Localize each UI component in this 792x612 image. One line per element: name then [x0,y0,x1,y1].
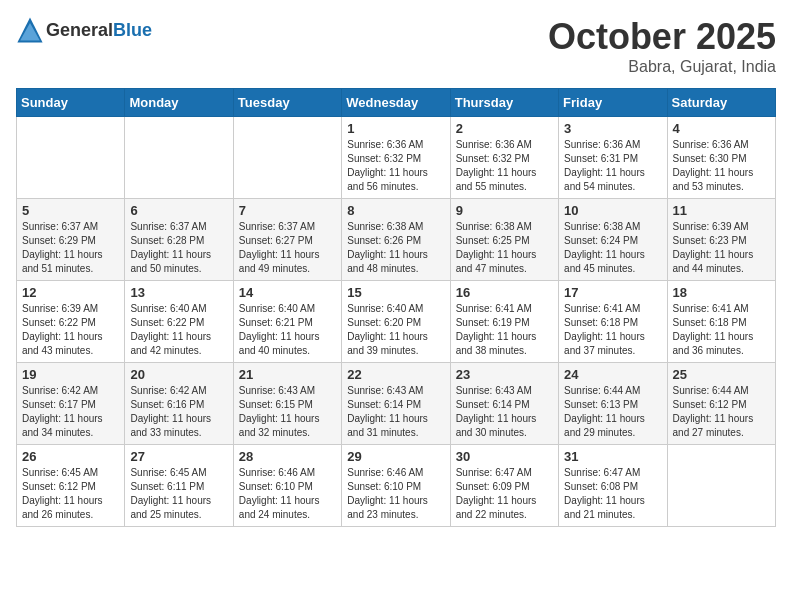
weekday-header-row: SundayMondayTuesdayWednesdayThursdayFrid… [17,89,776,117]
day-info: Sunrise: 6:46 AMSunset: 6:10 PMDaylight:… [239,466,336,522]
day-number: 27 [130,449,227,464]
day-info: Sunrise: 6:47 AMSunset: 6:09 PMDaylight:… [456,466,553,522]
day-info: Sunrise: 6:41 AMSunset: 6:18 PMDaylight:… [564,302,661,358]
calendar-cell: 7Sunrise: 6:37 AMSunset: 6:27 PMDaylight… [233,199,341,281]
calendar-cell [125,117,233,199]
calendar-cell: 26Sunrise: 6:45 AMSunset: 6:12 PMDayligh… [17,445,125,527]
day-info: Sunrise: 6:39 AMSunset: 6:22 PMDaylight:… [22,302,119,358]
day-number: 7 [239,203,336,218]
day-number: 1 [347,121,444,136]
calendar-cell: 1Sunrise: 6:36 AMSunset: 6:32 PMDaylight… [342,117,450,199]
calendar-cell: 19Sunrise: 6:42 AMSunset: 6:17 PMDayligh… [17,363,125,445]
day-number: 21 [239,367,336,382]
calendar-cell: 20Sunrise: 6:42 AMSunset: 6:16 PMDayligh… [125,363,233,445]
day-number: 15 [347,285,444,300]
day-info: Sunrise: 6:36 AMSunset: 6:31 PMDaylight:… [564,138,661,194]
day-info: Sunrise: 6:44 AMSunset: 6:12 PMDaylight:… [673,384,770,440]
day-info: Sunrise: 6:36 AMSunset: 6:30 PMDaylight:… [673,138,770,194]
calendar-cell [233,117,341,199]
day-number: 26 [22,449,119,464]
logo-icon [16,16,44,44]
day-number: 2 [456,121,553,136]
day-info: Sunrise: 6:40 AMSunset: 6:22 PMDaylight:… [130,302,227,358]
day-number: 18 [673,285,770,300]
calendar-cell: 23Sunrise: 6:43 AMSunset: 6:14 PMDayligh… [450,363,558,445]
day-number: 11 [673,203,770,218]
day-number: 29 [347,449,444,464]
page-header: GeneralBlue October 2025 Babra, Gujarat,… [16,16,776,76]
weekday-header: Sunday [17,89,125,117]
day-number: 30 [456,449,553,464]
logo-blue-text: Blue [113,20,152,40]
day-info: Sunrise: 6:43 AMSunset: 6:15 PMDaylight:… [239,384,336,440]
calendar-cell: 28Sunrise: 6:46 AMSunset: 6:10 PMDayligh… [233,445,341,527]
day-number: 22 [347,367,444,382]
day-number: 25 [673,367,770,382]
day-info: Sunrise: 6:43 AMSunset: 6:14 PMDaylight:… [456,384,553,440]
day-info: Sunrise: 6:37 AMSunset: 6:28 PMDaylight:… [130,220,227,276]
day-number: 13 [130,285,227,300]
day-info: Sunrise: 6:41 AMSunset: 6:18 PMDaylight:… [673,302,770,358]
calendar-week-row: 26Sunrise: 6:45 AMSunset: 6:12 PMDayligh… [17,445,776,527]
calendar-cell: 15Sunrise: 6:40 AMSunset: 6:20 PMDayligh… [342,281,450,363]
day-info: Sunrise: 6:38 AMSunset: 6:24 PMDaylight:… [564,220,661,276]
calendar-cell: 25Sunrise: 6:44 AMSunset: 6:12 PMDayligh… [667,363,775,445]
calendar-cell: 6Sunrise: 6:37 AMSunset: 6:28 PMDaylight… [125,199,233,281]
calendar-cell: 4Sunrise: 6:36 AMSunset: 6:30 PMDaylight… [667,117,775,199]
day-info: Sunrise: 6:40 AMSunset: 6:20 PMDaylight:… [347,302,444,358]
calendar-cell: 16Sunrise: 6:41 AMSunset: 6:19 PMDayligh… [450,281,558,363]
day-info: Sunrise: 6:44 AMSunset: 6:13 PMDaylight:… [564,384,661,440]
weekday-header: Friday [559,89,667,117]
day-number: 12 [22,285,119,300]
calendar-cell: 22Sunrise: 6:43 AMSunset: 6:14 PMDayligh… [342,363,450,445]
weekday-header: Tuesday [233,89,341,117]
calendar-cell: 5Sunrise: 6:37 AMSunset: 6:29 PMDaylight… [17,199,125,281]
day-number: 14 [239,285,336,300]
day-info: Sunrise: 6:47 AMSunset: 6:08 PMDaylight:… [564,466,661,522]
day-info: Sunrise: 6:37 AMSunset: 6:27 PMDaylight:… [239,220,336,276]
day-info: Sunrise: 6:36 AMSunset: 6:32 PMDaylight:… [347,138,444,194]
calendar-cell: 17Sunrise: 6:41 AMSunset: 6:18 PMDayligh… [559,281,667,363]
location: Babra, Gujarat, India [548,58,776,76]
day-info: Sunrise: 6:42 AMSunset: 6:17 PMDaylight:… [22,384,119,440]
calendar-cell: 11Sunrise: 6:39 AMSunset: 6:23 PMDayligh… [667,199,775,281]
logo: GeneralBlue [16,16,152,44]
title-block: October 2025 Babra, Gujarat, India [548,16,776,76]
weekday-header: Wednesday [342,89,450,117]
day-info: Sunrise: 6:38 AMSunset: 6:26 PMDaylight:… [347,220,444,276]
day-number: 20 [130,367,227,382]
calendar-cell: 14Sunrise: 6:40 AMSunset: 6:21 PMDayligh… [233,281,341,363]
day-number: 6 [130,203,227,218]
day-info: Sunrise: 6:45 AMSunset: 6:11 PMDaylight:… [130,466,227,522]
calendar-cell: 31Sunrise: 6:47 AMSunset: 6:08 PMDayligh… [559,445,667,527]
calendar-cell: 10Sunrise: 6:38 AMSunset: 6:24 PMDayligh… [559,199,667,281]
day-number: 23 [456,367,553,382]
calendar-week-row: 5Sunrise: 6:37 AMSunset: 6:29 PMDaylight… [17,199,776,281]
day-info: Sunrise: 6:43 AMSunset: 6:14 PMDaylight:… [347,384,444,440]
day-info: Sunrise: 6:46 AMSunset: 6:10 PMDaylight:… [347,466,444,522]
calendar-cell: 18Sunrise: 6:41 AMSunset: 6:18 PMDayligh… [667,281,775,363]
month-title: October 2025 [548,16,776,58]
day-number: 8 [347,203,444,218]
day-number: 16 [456,285,553,300]
calendar-cell: 2Sunrise: 6:36 AMSunset: 6:32 PMDaylight… [450,117,558,199]
calendar-cell: 29Sunrise: 6:46 AMSunset: 6:10 PMDayligh… [342,445,450,527]
weekday-header: Thursday [450,89,558,117]
day-number: 19 [22,367,119,382]
calendar-week-row: 12Sunrise: 6:39 AMSunset: 6:22 PMDayligh… [17,281,776,363]
day-number: 4 [673,121,770,136]
calendar-cell: 24Sunrise: 6:44 AMSunset: 6:13 PMDayligh… [559,363,667,445]
calendar-cell: 12Sunrise: 6:39 AMSunset: 6:22 PMDayligh… [17,281,125,363]
day-number: 17 [564,285,661,300]
day-number: 3 [564,121,661,136]
day-info: Sunrise: 6:36 AMSunset: 6:32 PMDaylight:… [456,138,553,194]
day-info: Sunrise: 6:41 AMSunset: 6:19 PMDaylight:… [456,302,553,358]
day-info: Sunrise: 6:38 AMSunset: 6:25 PMDaylight:… [456,220,553,276]
calendar-table: SundayMondayTuesdayWednesdayThursdayFrid… [16,88,776,527]
day-number: 28 [239,449,336,464]
calendar-cell: 27Sunrise: 6:45 AMSunset: 6:11 PMDayligh… [125,445,233,527]
calendar-week-row: 1Sunrise: 6:36 AMSunset: 6:32 PMDaylight… [17,117,776,199]
day-number: 10 [564,203,661,218]
calendar-cell [17,117,125,199]
day-info: Sunrise: 6:45 AMSunset: 6:12 PMDaylight:… [22,466,119,522]
